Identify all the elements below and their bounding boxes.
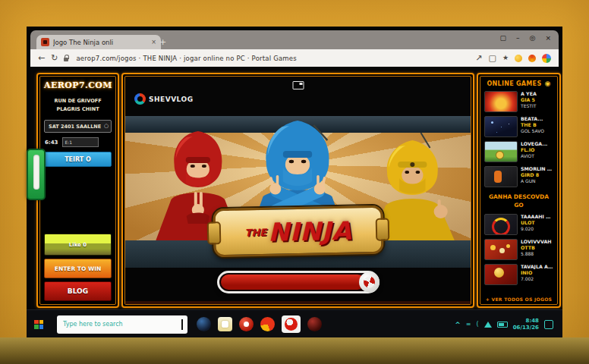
game-thumbnail xyxy=(484,116,518,137)
desk-surface xyxy=(0,337,589,364)
header-dot-icon: ◉ xyxy=(544,80,550,87)
game-thumbnail xyxy=(484,141,518,162)
window-minimize-icon[interactable]: – xyxy=(516,34,520,42)
share-icon[interactable]: ↗ xyxy=(475,54,482,62)
provider-swirl-icon xyxy=(134,93,146,105)
window-close-icon[interactable]: × xyxy=(545,34,551,42)
clock-date: 06/13/26 xyxy=(513,325,539,331)
battery-icon[interactable] xyxy=(497,322,508,328)
page-content: AEROP7.COM RUN DE GRIVOFF PLAGRIS CHINT … xyxy=(30,67,559,309)
game-list-item[interactable]: BEATA...THE BGOL 5AVO xyxy=(484,116,553,137)
taskbar-app-icon[interactable] xyxy=(260,317,275,331)
loading-progress-bar xyxy=(217,271,380,293)
window-controls: ▢ – ◎ × xyxy=(500,34,551,42)
game-title-the: THE xyxy=(244,226,266,238)
taskbar: ^ ≡ ( 8:48 06/13/26 xyxy=(27,309,562,338)
fullscreen-icon[interactable] xyxy=(292,81,304,89)
overlay-icon[interactable]: ▢ xyxy=(489,54,496,62)
game-provider-logo[interactable]: SHEVVLOG xyxy=(134,93,194,105)
game-list-item[interactable]: A YEAGIA 5TESTIT xyxy=(484,91,553,112)
game-list-item[interactable]: LOVIVVVAHOTTB5.888 xyxy=(484,239,553,260)
blog-button[interactable]: BLOG xyxy=(44,281,112,301)
tray-menu-icon[interactable]: ≡ xyxy=(466,322,471,328)
clock-time: 8:48 xyxy=(526,318,539,325)
refresh-icon[interactable]: ↻ xyxy=(51,54,58,62)
left-sidebar: AEROP7.COM RUN DE GRIVOFF PLAGRIS CHINT … xyxy=(36,73,119,308)
window-restore-icon[interactable]: ◎ xyxy=(530,34,536,42)
game-list-item[interactable]: TAVAJLA A.AR...INIO7.002 xyxy=(484,264,553,285)
browser-tab[interactable]: Jogo The Ninja onli × xyxy=(36,35,161,49)
game-thumbnail xyxy=(484,239,518,260)
game-title-plaque: THE NINJA xyxy=(213,206,383,258)
taskbar-search-box[interactable] xyxy=(57,315,187,334)
browser-titlebar: Jogo The Ninja onli × + ▢ – ◎ × xyxy=(30,30,559,49)
bookmark-star-icon[interactable]: ★ xyxy=(502,55,509,61)
desktop-frame: Jogo The Ninja onli × + ▢ – ◎ × ← ↻ aero… xyxy=(0,0,589,364)
taskbar-app-icon[interactable] xyxy=(197,317,211,331)
taskbar-apps xyxy=(197,315,322,333)
feedback-side-tab[interactable] xyxy=(27,149,46,200)
profile-avatar[interactable] xyxy=(542,54,551,63)
taskbar-app-icon[interactable] xyxy=(218,317,232,331)
enter-to-win-button[interactable]: ENTER TO WIN xyxy=(44,259,112,278)
time-row: 6:43 xyxy=(44,137,112,147)
taskbar-app-icon[interactable] xyxy=(239,317,254,331)
site-tagline: RUN DE GRIVOFF PLAGRIS CHINT xyxy=(44,97,112,114)
game-title-ninja: NINJA xyxy=(267,215,351,246)
time-label: 6:43 xyxy=(45,140,58,146)
address-bar[interactable]: aerop7.com/jogos · THE NINJA · jogar onl… xyxy=(76,55,469,62)
extension-icon-red[interactable] xyxy=(528,55,536,62)
provider-name: SHEVVLOG xyxy=(149,96,194,103)
system-tray: ^ ≡ ( 8:48 06/13/26 xyxy=(455,318,553,331)
tray-chevron-icon[interactable]: ^ xyxy=(455,321,461,328)
like-banner-button[interactable]: Like 0 xyxy=(44,234,112,256)
tab-title: Jogo The Ninja onli xyxy=(53,39,147,46)
notification-icon[interactable] xyxy=(544,320,553,329)
browser-window: Jogo The Ninja onli × + ▢ – ◎ × ← ↻ aero… xyxy=(30,30,559,309)
text-cursor xyxy=(181,319,183,330)
right-sidebar: ONLINE GAMES ◉ A YEAGIA 5TESTIT BEATA...… xyxy=(477,73,561,308)
active-app-glyph xyxy=(285,318,298,331)
game-thumbnail xyxy=(484,91,518,112)
play-button[interactable]: TEIRT O xyxy=(44,152,112,167)
shuriken-loader-icon xyxy=(359,272,380,293)
lock-icon xyxy=(64,55,70,61)
tab-close-icon[interactable]: × xyxy=(151,39,156,46)
taskbar-app-icon[interactable] xyxy=(307,317,322,331)
browser-toolbar: ← ↻ aerop7.com/jogos · THE NINJA · jogar… xyxy=(30,49,559,67)
window-maximize-icon[interactable]: ▢ xyxy=(500,34,507,42)
tab-favicon-icon xyxy=(41,38,49,46)
games-section-header: ONLINE GAMES ◉ xyxy=(484,80,553,87)
game-list-item[interactable]: TAAAAHI 4...ULOT9.020 xyxy=(484,214,553,235)
discount-section-header: GANHA DESCOVDA GO xyxy=(484,193,553,210)
game-thumbnail xyxy=(484,264,518,285)
time-field[interactable] xyxy=(62,137,99,147)
clock[interactable]: 8:48 06/13/26 xyxy=(513,318,539,331)
search-icon[interactable]: ○ xyxy=(104,124,109,129)
monitor-screen: Jogo The Ninja onli × + ▢ – ◎ × ← ↻ aero… xyxy=(27,27,562,337)
taskbar-search-input[interactable] xyxy=(61,320,178,328)
back-icon[interactable]: ← xyxy=(38,54,45,62)
game-panel: SHEVVLOG xyxy=(121,73,474,308)
wifi-icon[interactable] xyxy=(484,322,492,328)
sidebar-search-box[interactable]: ○ xyxy=(44,120,112,133)
game-thumbnail xyxy=(484,166,518,187)
tray-lang-icon[interactable]: ( xyxy=(477,322,479,328)
site-logo[interactable]: AEROP7.COM xyxy=(44,80,112,90)
taskbar-app-icon-active[interactable] xyxy=(282,315,301,333)
new-tab-button[interactable]: + xyxy=(159,37,166,47)
extension-icon-yellow[interactable] xyxy=(515,55,522,62)
game-list-item[interactable]: LOVEGA...FL.IOAVIOT xyxy=(484,141,553,162)
sidebar-search-input[interactable] xyxy=(47,123,102,130)
game-list-item[interactable]: SMORLIN BAVAAL...GIRD 8A GUN xyxy=(484,166,553,187)
game-thumbnail xyxy=(484,214,518,235)
loading-progress-fill xyxy=(221,275,365,290)
start-button[interactable] xyxy=(34,320,43,329)
see-all-games-link[interactable]: + VER TODOS OS JOGOS xyxy=(484,297,553,302)
